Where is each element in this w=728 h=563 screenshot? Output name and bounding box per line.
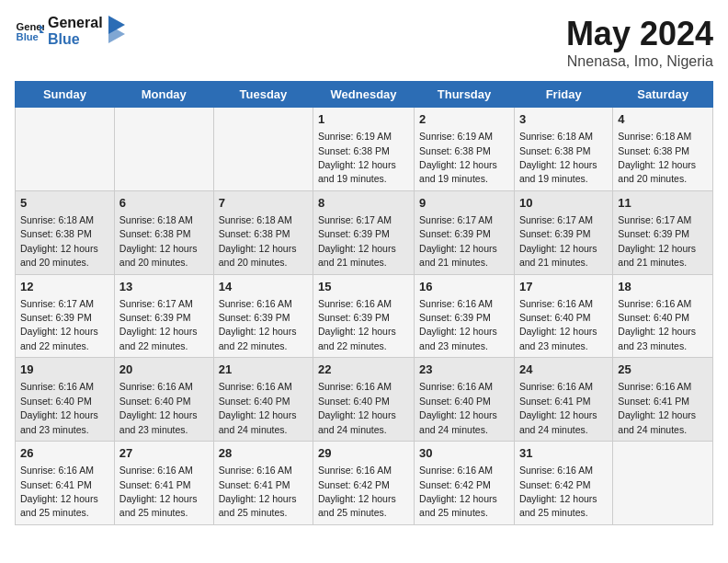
day-cell [213, 108, 313, 191]
day-info: Sunrise: 6:16 AMSunset: 6:42 PMDaylight:… [318, 465, 396, 518]
day-number: 9 [419, 195, 509, 212]
day-cell: 20Sunrise: 6:16 AMSunset: 6:40 PMDayligh… [114, 358, 213, 442]
page-subtitle: Nnenasa, Imo, Nigeria [566, 53, 713, 70]
day-number: 27 [119, 445, 209, 462]
day-info: Sunrise: 6:17 AMSunset: 6:39 PMDaylight:… [519, 214, 597, 268]
day-info: Sunrise: 6:16 AMSunset: 6:42 PMDaylight:… [419, 465, 497, 518]
title-block: May 2024 Nnenasa, Imo, Nigeria [566, 15, 713, 70]
day-cell: 10Sunrise: 6:17 AMSunset: 6:39 PMDayligh… [514, 190, 612, 274]
day-cell: 31Sunrise: 6:16 AMSunset: 6:42 PMDayligh… [514, 442, 612, 525]
day-cell: 15Sunrise: 6:16 AMSunset: 6:39 PMDayligh… [313, 274, 415, 358]
day-cell: 26Sunrise: 6:16 AMSunset: 6:41 PMDayligh… [16, 442, 115, 525]
day-number: 13 [119, 279, 209, 295]
page-header: General Blue General Blue May 2024 Nnena… [15, 15, 713, 70]
day-info: Sunrise: 6:16 AMSunset: 6:41 PMDaylight:… [20, 465, 98, 518]
day-number: 18 [618, 279, 708, 295]
logo-arrow-icon [108, 16, 125, 43]
svg-text:Blue: Blue [17, 31, 39, 42]
day-number: 30 [419, 445, 509, 462]
day-cell: 30Sunrise: 6:16 AMSunset: 6:42 PMDayligh… [415, 442, 515, 525]
day-number: 19 [20, 362, 109, 378]
header-cell-friday: Friday [514, 82, 612, 108]
header-cell-wednesday: Wednesday [313, 82, 415, 108]
calendar-table: SundayMondayTuesdayWednesdayThursdayFrid… [15, 81, 713, 525]
header-cell-thursday: Thursday [415, 82, 515, 108]
day-cell: 4Sunrise: 6:18 AMSunset: 6:38 PMDaylight… [613, 108, 713, 191]
week-row-3: 12Sunrise: 6:17 AMSunset: 6:39 PMDayligh… [16, 274, 713, 358]
day-cell: 13Sunrise: 6:17 AMSunset: 6:39 PMDayligh… [114, 274, 213, 358]
day-number: 1 [318, 111, 409, 128]
day-number: 23 [419, 362, 509, 378]
day-info: Sunrise: 6:18 AMSunset: 6:38 PMDaylight:… [20, 214, 98, 268]
day-number: 20 [119, 362, 209, 378]
day-cell [114, 108, 213, 191]
day-number: 7 [219, 195, 308, 212]
day-info: Sunrise: 6:19 AMSunset: 6:38 PMDaylight:… [318, 131, 396, 184]
day-info: Sunrise: 6:17 AMSunset: 6:39 PMDaylight:… [618, 214, 696, 268]
day-number: 15 [318, 279, 409, 295]
day-number: 2 [419, 111, 509, 128]
day-info: Sunrise: 6:18 AMSunset: 6:38 PMDaylight:… [618, 131, 696, 184]
day-info: Sunrise: 6:17 AMSunset: 6:39 PMDaylight:… [20, 298, 98, 351]
day-cell: 23Sunrise: 6:16 AMSunset: 6:40 PMDayligh… [415, 358, 515, 442]
day-info: Sunrise: 6:16 AMSunset: 6:40 PMDaylight:… [20, 381, 98, 434]
day-number: 28 [219, 445, 308, 462]
day-number: 4 [618, 111, 708, 128]
day-number: 8 [318, 195, 409, 212]
day-cell: 14Sunrise: 6:16 AMSunset: 6:39 PMDayligh… [213, 274, 313, 358]
day-info: Sunrise: 6:17 AMSunset: 6:39 PMDaylight:… [419, 214, 497, 268]
day-cell: 6Sunrise: 6:18 AMSunset: 6:38 PMDaylight… [114, 190, 213, 274]
day-number: 3 [519, 111, 608, 128]
day-cell: 8Sunrise: 6:17 AMSunset: 6:39 PMDaylight… [313, 190, 415, 274]
day-number: 17 [519, 279, 608, 295]
header-cell-sunday: Sunday [16, 82, 115, 108]
header-row: SundayMondayTuesdayWednesdayThursdayFrid… [16, 82, 713, 108]
day-cell: 7Sunrise: 6:18 AMSunset: 6:38 PMDaylight… [213, 190, 313, 274]
week-row-4: 19Sunrise: 6:16 AMSunset: 6:40 PMDayligh… [16, 358, 713, 442]
day-cell: 12Sunrise: 6:17 AMSunset: 6:39 PMDayligh… [16, 274, 115, 358]
week-row-1: 1Sunrise: 6:19 AMSunset: 6:38 PMDaylight… [16, 108, 713, 191]
logo-icon: General Blue [15, 18, 44, 44]
day-info: Sunrise: 6:16 AMSunset: 6:39 PMDaylight:… [219, 298, 297, 351]
day-info: Sunrise: 6:16 AMSunset: 6:42 PMDaylight:… [519, 465, 597, 518]
day-cell: 27Sunrise: 6:16 AMSunset: 6:41 PMDayligh… [114, 442, 213, 525]
header-cell-tuesday: Tuesday [213, 82, 313, 108]
page-title: May 2024 [566, 15, 713, 53]
day-number: 11 [618, 195, 708, 212]
day-cell: 18Sunrise: 6:16 AMSunset: 6:40 PMDayligh… [613, 274, 713, 358]
day-cell: 19Sunrise: 6:16 AMSunset: 6:40 PMDayligh… [16, 358, 115, 442]
day-cell: 16Sunrise: 6:16 AMSunset: 6:39 PMDayligh… [415, 274, 515, 358]
day-number: 10 [519, 195, 608, 212]
header-cell-monday: Monday [114, 82, 213, 108]
day-cell: 17Sunrise: 6:16 AMSunset: 6:40 PMDayligh… [514, 274, 612, 358]
day-info: Sunrise: 6:16 AMSunset: 6:41 PMDaylight:… [618, 381, 696, 434]
day-info: Sunrise: 6:18 AMSunset: 6:38 PMDaylight:… [519, 131, 597, 184]
day-number: 26 [20, 445, 109, 462]
day-number: 21 [219, 362, 308, 378]
day-info: Sunrise: 6:16 AMSunset: 6:39 PMDaylight:… [318, 298, 396, 351]
day-cell: 1Sunrise: 6:19 AMSunset: 6:38 PMDaylight… [313, 108, 415, 191]
day-cell: 25Sunrise: 6:16 AMSunset: 6:41 PMDayligh… [613, 358, 713, 442]
day-info: Sunrise: 6:19 AMSunset: 6:38 PMDaylight:… [419, 131, 497, 184]
day-number: 12 [20, 279, 109, 295]
day-cell [16, 108, 115, 191]
day-number: 25 [618, 362, 708, 378]
day-info: Sunrise: 6:18 AMSunset: 6:38 PMDaylight:… [219, 214, 297, 268]
day-info: Sunrise: 6:17 AMSunset: 6:39 PMDaylight:… [318, 214, 396, 268]
day-cell: 9Sunrise: 6:17 AMSunset: 6:39 PMDaylight… [415, 190, 515, 274]
day-info: Sunrise: 6:16 AMSunset: 6:40 PMDaylight:… [419, 381, 497, 434]
day-cell: 11Sunrise: 6:17 AMSunset: 6:39 PMDayligh… [613, 190, 713, 274]
day-number: 16 [419, 279, 509, 295]
day-cell: 28Sunrise: 6:16 AMSunset: 6:41 PMDayligh… [213, 442, 313, 525]
day-cell: 5Sunrise: 6:18 AMSunset: 6:38 PMDaylight… [16, 190, 115, 274]
day-number: 22 [318, 362, 409, 378]
day-number: 5 [20, 195, 109, 212]
day-info: Sunrise: 6:17 AMSunset: 6:39 PMDaylight:… [119, 298, 198, 351]
day-number: 31 [519, 445, 608, 462]
day-number: 14 [219, 279, 308, 295]
day-cell: 3Sunrise: 6:18 AMSunset: 6:38 PMDaylight… [514, 108, 612, 191]
day-info: Sunrise: 6:16 AMSunset: 6:41 PMDaylight:… [119, 465, 198, 518]
day-cell: 21Sunrise: 6:16 AMSunset: 6:40 PMDayligh… [213, 358, 313, 442]
day-cell: 29Sunrise: 6:16 AMSunset: 6:42 PMDayligh… [313, 442, 415, 525]
day-info: Sunrise: 6:16 AMSunset: 6:40 PMDaylight:… [219, 381, 297, 434]
